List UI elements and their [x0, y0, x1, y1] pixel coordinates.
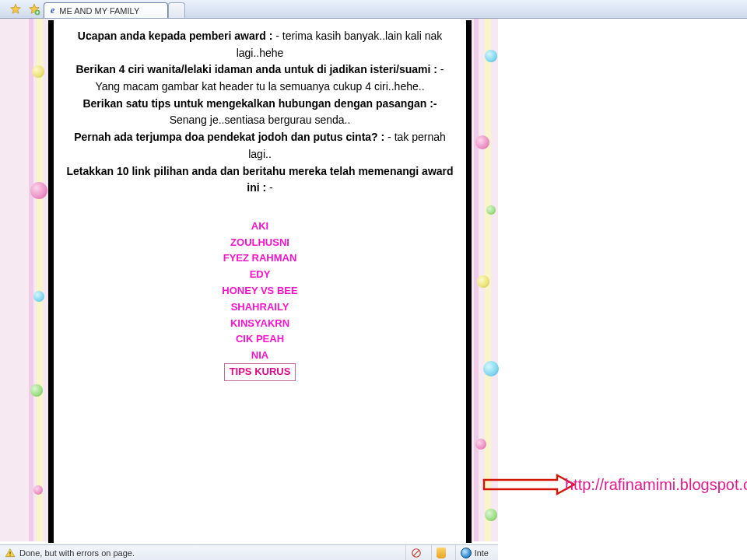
status-security-icon[interactable] [431, 545, 451, 560]
new-tab-button[interactable] [168, 2, 185, 18]
link-item[interactable]: FYEZ RAHMAN [223, 252, 297, 264]
qa-question: Berikan satu tips untuk mengekalkan hubu… [82, 97, 437, 110]
shield-icon [437, 548, 446, 558]
content-column-inner: Ucapan anda kepada pemberi award : - ter… [48, 20, 472, 543]
wallpaper-left [26, 19, 49, 541]
favorites-star-icon[interactable] [9, 2, 23, 16]
ie-logo-icon: e [51, 5, 54, 16]
qa-question: Ucapan anda kepada pemberi award : [78, 30, 273, 42]
qa-item: Pernah ada terjumpa doa pendekat jodoh d… [63, 129, 457, 163]
tab-title: ME AND MY FAMILY [59, 6, 139, 16]
links-list: AKI ZOULHUSNI FYEZ RAHMAN EDY HONEY VS B… [63, 219, 457, 381]
qa-answer: Senang je..sentiasa bergurau senda.. [170, 114, 351, 126]
link-item-highlighted[interactable]: TIPS KURUS [230, 366, 291, 377]
status-bar: Done, but with errors on page. Inte [0, 544, 498, 560]
link-item[interactable]: NIA [251, 349, 268, 361]
link-item[interactable]: AKI [251, 220, 268, 232]
status-zone-label: Inte [475, 548, 489, 558]
qa-item: Berikan satu tips untuk mengekalkan hubu… [63, 96, 457, 129]
svg-line-4 [413, 549, 419, 555]
status-zone[interactable]: Inte [455, 545, 493, 560]
globe-icon [461, 548, 472, 558]
highlighted-link-box: TIPS KURUS [224, 363, 296, 381]
link-item[interactable]: CIK PEAH [236, 333, 284, 345]
qa-item: Ucapan anda kepada pemberi award : - ter… [63, 28, 457, 61]
qa-item: Berikan 4 ciri wanita/lelaki idaman anda… [63, 61, 457, 95]
qa-question: Berikan 4 ciri wanita/lelaki idaman anda… [75, 63, 437, 75]
annotation-arrow-icon [482, 473, 576, 496]
status-message: Done, but with errors on page. [19, 548, 135, 558]
link-item[interactable]: HONEY VS BEE [222, 285, 297, 296]
status-privacy-icon[interactable] [405, 545, 426, 560]
link-item[interactable]: ZOULHUSNI [230, 236, 289, 248]
qa-block: Ucapan anda kepada pemberi award : - ter… [63, 28, 457, 197]
svg-rect-1 [9, 551, 10, 554]
link-item[interactable]: KINSYAKRN [230, 317, 289, 329]
tab-me-and-my-family[interactable]: e ME AND MY FAMILY [44, 2, 168, 18]
warning-icon [5, 548, 15, 558]
qa-question: Letakkan 10 link pilihan anda dan berita… [66, 165, 453, 194]
svg-rect-2 [9, 555, 10, 555]
qa-item: Letakkan 10 link pilihan anda dan berita… [63, 163, 457, 197]
qa-question: Pernah ada terjumpa doa pendekat jodoh d… [74, 131, 384, 143]
qa-answer: - [266, 181, 273, 194]
annotation-url: http://rafinamimi.blogspot.com/ [565, 476, 747, 494]
content-column: Ucapan anda kepada pemberi award : - ter… [48, 19, 472, 543]
tab-bar: e ME AND MY FAMILY [0, 0, 747, 19]
link-item[interactable]: EDY [250, 268, 271, 280]
add-favorites-icon[interactable] [27, 2, 41, 16]
wallpaper-right [471, 19, 502, 541]
link-item[interactable]: SHAHRAILY [231, 301, 289, 313]
